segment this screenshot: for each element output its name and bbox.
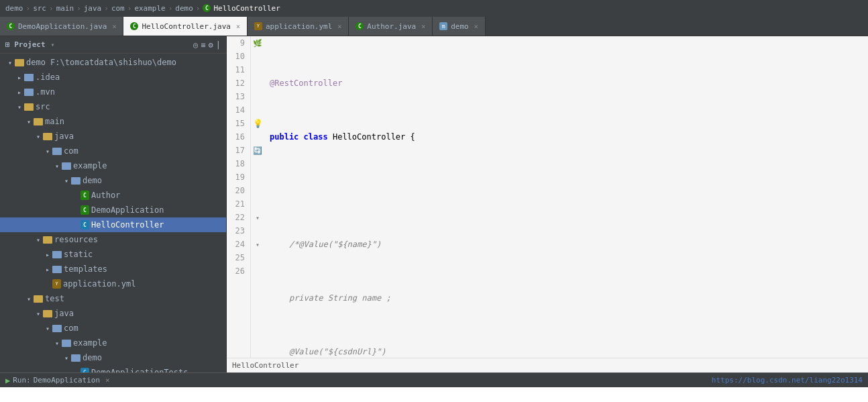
expand-arrow: ▾ [34,236,43,244]
run-bar: ▶ Run: DemoApplication × https://blog.cs… [0,372,868,387]
tree-item-static[interactable]: ▸ static [0,247,226,262]
tab-close-icon[interactable]: × [337,23,341,30]
tree-item-demo-root[interactable]: ▾ demo F:\tomcatdata\shishuo\demo [0,55,226,70]
expand-arrow: ▸ [43,266,52,273]
tab-demo[interactable]: m demo × [433,17,486,36]
breadcrumb-item[interactable]: java [84,4,102,13]
code-text [270,345,289,358]
folder-icon [52,325,62,332]
sidebar-title: ⊞ Project [5,40,46,49]
code-line-13: private String name ; [270,291,863,305]
tree-item-src[interactable]: ▾ src [0,99,226,114]
settings-icon[interactable]: ⚙ [209,40,213,50]
tree-item-main[interactable]: ▾ main [0,114,226,129]
collapse-icon[interactable]: ≡ [201,40,205,50]
tree-item-label: example [73,161,107,170]
run-icon: ▶ [5,376,10,385]
code-text: /*@Value("${name}") [289,238,381,251]
tree-item-hellocontroller[interactable]: ▸ C HelloController [0,217,226,232]
code-content[interactable]: @RestController public class HelloContro… [264,36,868,358]
folder-icon [43,133,52,140]
breadcrumb-item[interactable]: com [111,4,125,13]
breadcrumb-item[interactable]: src [33,4,46,13]
tab-close-icon[interactable]: × [236,23,240,30]
fold-arrow[interactable]: ▾ [256,214,260,221]
gutter-area: 🌿 💡 🔄 ▾ [251,36,264,358]
tab-label: application.yml [266,22,332,31]
tree-item-java[interactable]: ▾ java [0,129,226,144]
main-layout: ⊞ Project ▾ ◎ ≡ ⚙ | ▾ demo F:\tomcatdata… [0,36,868,372]
expand-arrow: ▸ [15,74,24,81]
folder-icon [52,266,62,273]
tab-bar: C DemoApplication.java × C HelloControll… [0,16,868,36]
code-text [270,238,289,251]
tree-item-label: application.yml [63,279,135,289]
editor-area: 9 10 11 12 13 14 15 16 17 18 19 20 21 22… [227,36,868,372]
tree-item-label: example [73,338,107,348]
expand-arrow: ▸ [15,89,24,96]
tab-close-icon[interactable]: × [421,23,425,30]
run-app-name: DemoApplication [34,376,100,385]
code-text: private String name ; [289,291,391,305]
code-text [270,291,289,305]
run-close[interactable]: × [105,376,110,385]
tab-demoapplication[interactable]: C DemoApplication.java × [0,17,123,36]
code-line-11 [270,184,863,197]
tree-item-demo-sub[interactable]: ▾ demo [0,173,226,188]
tree-item-label: Author [91,191,120,200]
tree-item-test-demo[interactable]: ▾ demo [0,350,226,365]
tab-icon: C [130,22,138,30]
code-editor[interactable]: 9 10 11 12 13 14 15 16 17 18 19 20 21 22… [227,36,868,358]
fold-arrow[interactable]: ▾ [256,241,260,248]
breadcrumb-item[interactable]: demo [175,4,193,13]
expand-arrow: ▸ [43,251,52,258]
tree-item-example[interactable]: ▾ example [0,158,226,173]
code-text [299,130,303,144]
breadcrumb-item[interactable]: example [134,4,165,13]
tab-applicationyml[interactable]: Y application.yml × [248,17,349,36]
tree-item-demoapplicationtests[interactable]: ▸ C DemoApplicationTests [0,365,226,372]
tree-item-demoapplication[interactable]: ▸ C DemoApplication [0,203,226,217]
tree-item-test-example[interactable]: ▾ example [0,336,226,350]
folder-icon [62,340,71,347]
tree-item-label: .idea [36,72,60,82]
folder-icon [43,236,52,244]
folder-icon [71,177,80,185]
tree-item-test-java[interactable]: ▾ java [0,306,226,321]
run-tab[interactable]: ▶ Run: DemoApplication × [5,376,110,385]
folder-icon [24,103,34,111]
tree-item-label: HelloController [91,220,164,230]
folder-icon [34,295,43,303]
tree-item-label: java [54,132,74,141]
tree-item-test[interactable]: ▾ test [0,291,226,306]
tab-hellocontroller[interactable]: C HelloController.java × [123,17,247,36]
tree-item-idea[interactable]: ▸ .idea [0,70,226,85]
tree-item-resources[interactable]: ▾ resources [0,232,226,247]
tree-item-appyml[interactable]: ▸ Y application.yml [0,277,226,291]
tree-item-test-com[interactable]: ▾ com [0,321,226,336]
tree-item-label: DemoApplicationTests [91,368,188,372]
c-file-icon: C [80,220,89,230]
tree-item-templates[interactable]: ▸ templates [0,262,226,277]
more-icon[interactable]: | [216,40,221,50]
tree-item-mvn[interactable]: ▸ .mvn [0,85,226,99]
breadcrumb-item[interactable]: demo [5,4,23,13]
tree-item-com[interactable]: ▾ com [0,144,226,158]
file-type-icon: C [203,4,211,12]
expand-arrow: ▾ [52,340,62,347]
tab-author[interactable]: C Author.java × [349,17,433,36]
tab-close-icon[interactable]: × [112,23,116,30]
tree-item-author[interactable]: ▸ C Author [0,188,226,203]
tree-item-label: resources [54,235,98,244]
breadcrumb-item[interactable]: HelloController [213,4,280,13]
code-text: HelloController { [328,130,415,144]
locate-icon[interactable]: ◎ [193,40,198,50]
folder-icon [43,310,52,317]
expand-arrow: ▾ [24,295,34,303]
c-file-icon: C [80,191,89,200]
bulb-icon[interactable]: 💡 [253,119,263,128]
expand-arrow: ▾ [24,118,34,125]
expand-arrow: ▾ [34,310,43,317]
breadcrumb-item[interactable]: main [56,4,74,13]
tab-close-icon[interactable]: × [474,23,478,30]
